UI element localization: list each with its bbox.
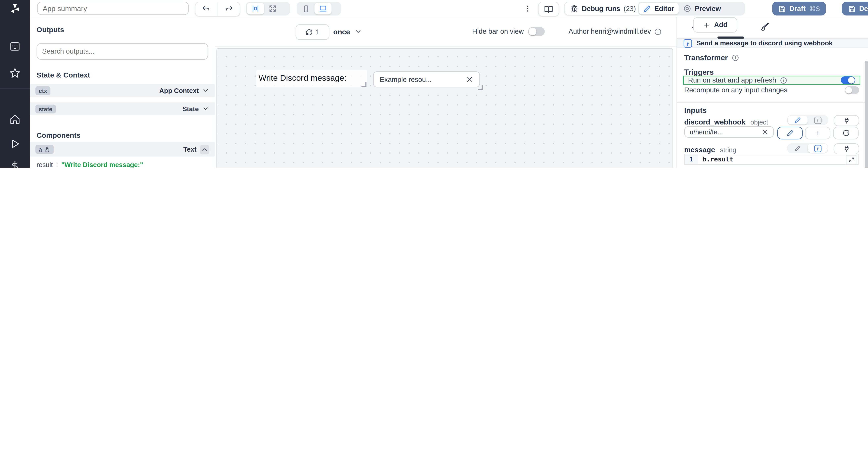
clear-x-icon[interactable] [762, 129, 768, 135]
resource-select-component[interactable]: Example resou... [373, 71, 480, 87]
plug-icon [843, 145, 850, 153]
mobile-view-button[interactable] [298, 3, 314, 14]
deploy-button[interactable]: Deploy [842, 2, 868, 15]
windmill-logo[interactable] [9, 3, 21, 14]
debug-runs-button[interactable]: Debug runs (23) [564, 2, 642, 15]
component-settings-panel: ƒ Send a message to discord using webhoo… [677, 17, 868, 168]
app-canvas[interactable]: Write Discord message: Example resou... … [216, 48, 673, 168]
info-icon[interactable] [780, 77, 787, 84]
component-row-a[interactable]: aText [30, 142, 215, 157]
expand-editor-button[interactable] [846, 156, 856, 164]
run-on-start-row: Run on start and app refresh [683, 76, 860, 85]
recompute-toggle[interactable] [845, 86, 859, 94]
input2-mode-toggle: ƒ [787, 143, 828, 154]
info-icon[interactable] [732, 54, 739, 61]
more-menu-button[interactable] [521, 2, 532, 15]
docs-button[interactable] [538, 2, 559, 16]
ctx-badge: ctx [35, 86, 51, 95]
selected-runnable-header: ƒ Send a message to discord using webhoo… [677, 39, 868, 48]
input1-mode-toggle: ƒ [787, 115, 828, 125]
text-component-value: Write Discord message: [258, 73, 347, 82]
chevron-down-icon[interactable] [202, 87, 209, 94]
refresh-icon [842, 130, 849, 137]
outputs-title: Outputs [37, 26, 64, 34]
editor-label: Editor [654, 5, 674, 12]
draft-button[interactable]: Draft ⌘S [772, 2, 826, 15]
add-resource-button[interactable] [805, 127, 830, 139]
app-summary-input[interactable] [37, 2, 189, 15]
editor-preview-toggle: Editor Preview [638, 2, 745, 15]
function-icon: ƒ [814, 117, 821, 124]
vertical-scrollbar[interactable] [864, 61, 868, 168]
play-icon[interactable] [9, 138, 21, 150]
output-row-ctx[interactable]: ctx App Context [30, 84, 215, 97]
schedule-select[interactable]: once [333, 24, 362, 39]
author-info: Author henri@windmill.dev [568, 24, 661, 39]
full-width-button[interactable] [264, 3, 281, 14]
star-icon[interactable] [9, 67, 21, 78]
centered-width-button[interactable] [247, 3, 264, 14]
home-icon[interactable] [9, 114, 21, 125]
static-mode-button[interactable] [788, 144, 808, 153]
info-icon[interactable] [654, 28, 661, 35]
transformer-heading: Transformer [684, 54, 739, 62]
pencil-icon [795, 145, 801, 152]
refresh-count-button[interactable]: 1 [296, 24, 329, 40]
refresh-resource-button[interactable] [833, 127, 859, 139]
input2-connect-button[interactable] [834, 143, 859, 155]
output-row-state[interactable]: state State [30, 102, 215, 115]
chevron-down-icon [354, 28, 362, 36]
edit-resource-button[interactable] [777, 127, 803, 139]
static-mode-button[interactable] [788, 116, 808, 125]
run-on-start-toggle[interactable] [841, 76, 855, 84]
text-component[interactable]: Write Discord message: [256, 70, 367, 87]
state-context-title: State & Context [37, 71, 90, 79]
recompute-row: Recompute on any input changes [684, 86, 859, 95]
chevron-down-icon[interactable] [202, 105, 209, 112]
sidebar-divider [0, 89, 30, 89]
chevron-up-icon[interactable] [200, 144, 209, 154]
undo-button[interactable] [195, 2, 218, 16]
eval-mode-button[interactable]: ƒ [808, 144, 828, 153]
styling-tab[interactable] [760, 22, 770, 32]
components-title: Components [37, 131, 81, 139]
inputs-label: Inputs [684, 106, 707, 114]
expression-value: b.result [698, 155, 733, 164]
plug-icon [843, 117, 850, 124]
resize-handle[interactable] [478, 85, 483, 90]
eval-mode-button[interactable]: ƒ [808, 116, 828, 125]
redo-button[interactable] [218, 2, 240, 16]
message-expression-editor[interactable]: 1 b.result [684, 154, 859, 165]
dollar-icon[interactable] [9, 160, 21, 168]
deploy-label: Deploy [859, 5, 868, 12]
input1-connect-button[interactable] [834, 115, 859, 126]
input2-name: message [684, 145, 715, 154]
recompute-label: Recompute on any input changes [684, 86, 787, 94]
triggers-heading: Triggers [684, 68, 714, 76]
output-kv-line: result:"Write Discord message:" [30, 159, 215, 168]
windmill-app-editor: Debug runs (23) Editor Preview Draft ⌘S … [0, 0, 868, 168]
hide-bar-toggle[interactable] [528, 27, 545, 36]
component-badge: a [35, 145, 54, 154]
tab-editor[interactable]: Editor [639, 3, 679, 14]
desktop-view-button[interactable] [314, 3, 332, 14]
pencil-icon [786, 130, 794, 137]
function-icon: ƒ [814, 144, 821, 152]
triggers-label: Triggers [684, 68, 714, 76]
canvas-width-toggle [246, 2, 290, 15]
outputs-panel: Outputs State & Context ctx App Context … [30, 17, 215, 168]
debug-runs-count: (23) [623, 5, 636, 12]
draft-shortcut: ⌘S [809, 5, 820, 12]
clear-x-icon[interactable] [466, 76, 473, 83]
resize-handle[interactable] [362, 82, 367, 87]
apps-icon[interactable] [9, 41, 21, 52]
input-message: messagestring [684, 145, 736, 154]
resource-picker[interactable]: u/henri/te... [684, 126, 774, 138]
run-on-start-label: Run on start and app refresh [688, 76, 776, 84]
add-transformer-button[interactable]: Add [693, 17, 737, 33]
plus-icon [814, 130, 821, 137]
search-outputs-input[interactable] [37, 43, 208, 60]
state-type-label: State [182, 105, 199, 113]
tab-preview[interactable]: Preview [679, 3, 725, 14]
device-toggle [297, 2, 341, 15]
